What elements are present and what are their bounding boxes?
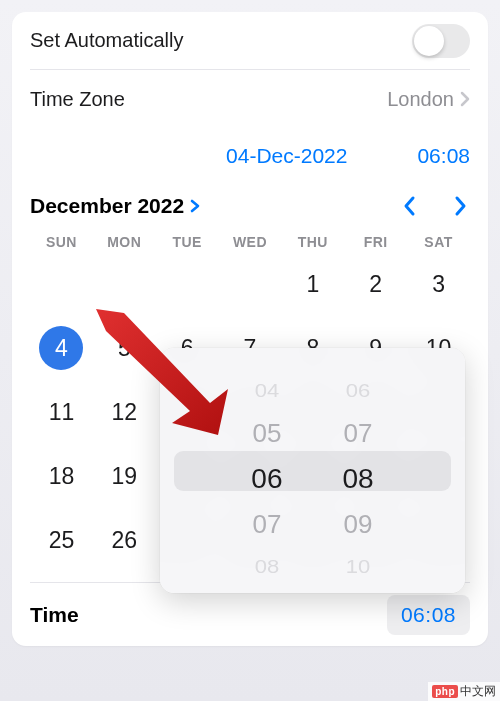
row-time-zone[interactable]: Time Zone London	[30, 70, 470, 128]
calendar-day[interactable]: 26	[93, 518, 156, 562]
date-time-display: 04-Dec-2022 06:08	[30, 128, 470, 190]
hour-wheel[interactable]: 04 05 06 07 08	[251, 358, 282, 593]
calendar-day[interactable]: 5	[93, 326, 156, 370]
calendar-day[interactable]: 3	[407, 262, 470, 306]
selected-time-link[interactable]: 06:08	[417, 144, 470, 168]
set-automatically-toggle[interactable]	[412, 24, 470, 58]
wheel-item: 05	[252, 418, 281, 449]
chevron-right-icon	[460, 91, 470, 107]
row-set-automatically: Set Automatically	[30, 12, 470, 70]
weekday-label: FRI	[344, 234, 407, 250]
time-label: Time	[30, 603, 79, 627]
weekday-label: TUE	[156, 234, 219, 250]
wheel-item: 08	[255, 556, 279, 578]
wheel-item-selected: 08	[343, 463, 374, 495]
weekday-label: WED	[219, 234, 282, 250]
time-value-pill[interactable]: 06:08	[387, 595, 470, 635]
calendar-day[interactable]: 12	[93, 390, 156, 434]
weekday-label: SAT	[407, 234, 470, 250]
toggle-knob	[414, 26, 444, 56]
watermark-text: 中文网	[460, 683, 496, 700]
month-title: December 2022	[30, 194, 184, 218]
wheel-item: 10	[346, 556, 370, 578]
calendar-day-selected[interactable]: 4	[30, 326, 93, 370]
calendar-day[interactable]: 18	[30, 454, 93, 498]
calendar-day[interactable]: 1	[281, 262, 344, 306]
wheel-item: 04	[255, 380, 279, 402]
weekday-label: SUN	[30, 234, 93, 250]
calendar-day[interactable]: 2	[344, 262, 407, 306]
wheel-item: 09	[344, 509, 373, 540]
next-month-button[interactable]	[454, 195, 468, 217]
watermark-badge: php	[432, 685, 458, 698]
calendar-day[interactable]: 25	[30, 518, 93, 562]
selected-date-link[interactable]: 04-Dec-2022	[226, 144, 347, 168]
prev-month-button[interactable]	[402, 195, 416, 217]
calendar-day[interactable]: 19	[93, 454, 156, 498]
wheel-item: 07	[252, 509, 281, 540]
wheel-item-selected: 06	[251, 463, 282, 495]
time-zone-label: Time Zone	[30, 88, 125, 111]
minute-wheel[interactable]: 06 07 08 09 10	[343, 358, 374, 593]
watermark: php 中文网	[428, 682, 500, 701]
chevron-right-icon	[190, 199, 200, 213]
calendar-day[interactable]: 11	[30, 390, 93, 434]
weekday-label: MON	[93, 234, 156, 250]
month-header: December 2022	[30, 190, 470, 234]
wheel-item: 06	[346, 380, 370, 402]
time-picker-popover: 04 05 06 07 08 06 07 08 09 10	[160, 348, 465, 593]
weekday-header: SUNMONTUEWEDTHUFRISAT	[30, 234, 470, 262]
set-automatically-label: Set Automatically	[30, 29, 183, 52]
wheel-item: 07	[344, 418, 373, 449]
weekday-label: THU	[281, 234, 344, 250]
time-zone-value: London	[387, 88, 454, 111]
month-selector[interactable]: December 2022	[30, 194, 200, 218]
